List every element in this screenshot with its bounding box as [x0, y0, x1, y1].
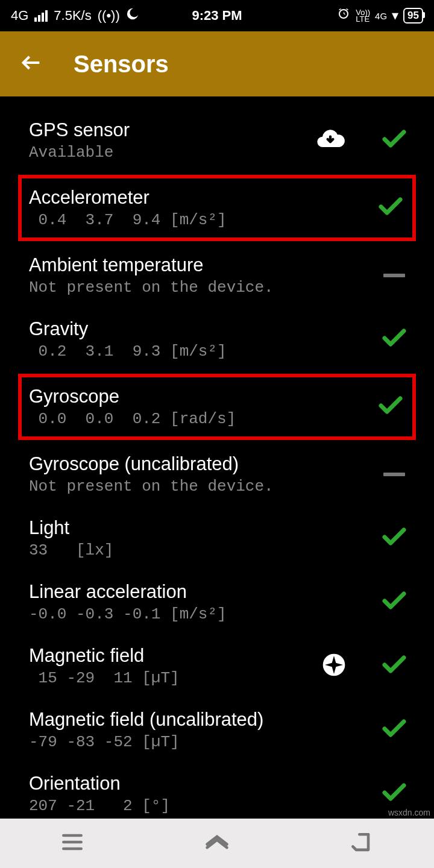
page-title: Sensors: [74, 51, 169, 78]
sensor-row[interactable]: GPS sensorAvailable: [0, 108, 434, 172]
sensor-name: Magnetic field: [29, 645, 322, 667]
compass-icon[interactable]: [322, 653, 346, 679]
status-right: Vo))LTE 4G ▾ 95: [336, 7, 423, 25]
sensor-value: 33 [lx]: [29, 541, 380, 559]
sensor-text: Ambient temperatureNot present on the de…: [29, 254, 383, 297]
sensor-name: GPS sensor: [29, 119, 315, 141]
row-icons: [376, 192, 405, 224]
watermark: wsxdn.com: [388, 808, 430, 817]
sensor-value: Not present on the device.: [29, 278, 383, 297]
row-icons: [383, 473, 409, 476]
row-icons: [376, 391, 405, 423]
sensor-row[interactable]: Gyroscope 0.0 0.0 0.2 [rad/s]: [18, 374, 416, 440]
sensor-value: 0.4 3.7 9.4 [m/s²]: [29, 211, 376, 229]
signal-icon: [34, 10, 48, 22]
down-triangle-icon: ▾: [392, 8, 398, 24]
dash-icon: [383, 473, 405, 476]
home-button[interactable]: [204, 829, 230, 858]
sensor-row[interactable]: Magnetic field 15 -29 11 [µT]: [0, 634, 434, 698]
sensor-value: 207 -21 2 [°]: [29, 797, 380, 815]
row-icons: [383, 274, 409, 277]
alarm-icon: [336, 7, 351, 25]
app-bar: Sensors: [0, 31, 434, 96]
sensor-text: GPS sensorAvailable: [29, 119, 315, 162]
network-speed: 7.5K/s: [54, 8, 91, 24]
sensor-value: 15 -29 11 [µT]: [29, 669, 322, 687]
check-icon: [376, 192, 405, 224]
sensor-row[interactable]: Accelerometer 0.4 3.7 9.4 [m/s²]: [18, 175, 416, 241]
sensor-text: Gyroscope (uncalibrated)Not present on t…: [29, 453, 383, 495]
sensor-name: Gravity: [29, 318, 380, 340]
recent-apps-button[interactable]: [59, 829, 86, 858]
sensor-row[interactable]: Gyroscope (uncalibrated)Not present on t…: [0, 442, 434, 506]
wifi-icon: ((•)): [98, 8, 120, 24]
cloud-download-icon[interactable]: [315, 124, 346, 157]
sensor-name: Gyroscope: [29, 386, 376, 407]
sensor-row[interactable]: Light33 [lx]: [0, 506, 434, 570]
sensor-text: Linear acceleration-0.0 -0.3 -0.1 [m/s²]: [29, 581, 380, 623]
sensor-row[interactable]: Orientation207 -21 2 [°]: [0, 762, 434, 826]
sensor-name: Ambient temperature: [29, 254, 383, 276]
row-icons: [380, 714, 409, 746]
sensor-text: Magnetic field 15 -29 11 [µT]: [29, 645, 322, 687]
check-icon: [380, 324, 409, 355]
sensor-value: 0.0 0.0 0.2 [rad/s]: [29, 410, 376, 428]
row-icons: [322, 650, 409, 682]
navigation-bar: [0, 819, 434, 868]
sensor-list: GPS sensorAvailableAccelerometer 0.4 3.7…: [0, 96, 434, 826]
sensor-value: 0.2 3.1 9.3 [m/s²]: [29, 342, 380, 360]
row-icons: [380, 587, 409, 618]
sensor-row[interactable]: Gravity 0.2 3.1 9.3 [m/s²]: [0, 307, 434, 371]
sensor-text: Magnetic field (uncalibrated)-79 -83 -52…: [29, 709, 380, 751]
row-icons: [380, 778, 409, 810]
sensor-value: -0.0 -0.3 -0.1 [m/s²]: [29, 605, 380, 623]
sensor-text: Light33 [lx]: [29, 517, 380, 559]
sensor-name: Magnetic field (uncalibrated): [29, 709, 380, 731]
network-type: 4G: [11, 8, 28, 24]
status-left: 4G 7.5K/s ((•)): [11, 7, 139, 24]
back-button[interactable]: [19, 51, 43, 77]
sensor-text: Gravity 0.2 3.1 9.3 [m/s²]: [29, 318, 380, 360]
check-icon: [380, 587, 409, 618]
sensor-text: Gyroscope 0.0 0.0 0.2 [rad/s]: [29, 386, 376, 428]
svg-point-1: [130, 8, 139, 17]
check-icon: [380, 778, 409, 810]
check-icon: [376, 391, 405, 423]
sensor-name: Accelerometer: [29, 187, 376, 209]
battery-indicator: 95: [403, 8, 423, 24]
row-icons: [315, 124, 409, 157]
sensor-name: Orientation: [29, 773, 380, 794]
sensor-row[interactable]: Magnetic field (uncalibrated)-79 -83 -52…: [0, 698, 434, 762]
volte-indicator: Vo))LTE: [356, 9, 370, 22]
sensor-value: -79 -83 -52 [µT]: [29, 733, 380, 751]
sensor-text: Accelerometer 0.4 3.7 9.4 [m/s²]: [29, 187, 376, 229]
sensor-row[interactable]: Linear acceleration-0.0 -0.3 -0.1 [m/s²]: [0, 570, 434, 634]
net2-indicator: 4G: [375, 11, 387, 21]
status-time: 9:23 PM: [192, 8, 242, 24]
check-icon: [380, 523, 409, 554]
sensor-row[interactable]: Ambient temperatureNot present on the de…: [0, 244, 434, 307]
sensor-name: Light: [29, 517, 380, 539]
sensor-name: Gyroscope (uncalibrated): [29, 453, 383, 475]
sensor-value: Not present on the device.: [29, 477, 383, 495]
moon-icon: [126, 7, 139, 24]
check-icon: [380, 125, 409, 156]
row-icons: [380, 523, 409, 554]
back-nav-button[interactable]: [348, 829, 375, 858]
sensor-name: Linear acceleration: [29, 581, 380, 603]
check-icon: [380, 714, 409, 746]
dash-icon: [383, 274, 405, 277]
sensor-text: Orientation207 -21 2 [°]: [29, 773, 380, 815]
status-bar: 4G 7.5K/s ((•)) 9:23 PM Vo))LTE 4G ▾ 95: [0, 0, 434, 31]
sensor-value: Available: [29, 143, 315, 162]
check-icon: [380, 650, 409, 682]
row-icons: [380, 324, 409, 355]
